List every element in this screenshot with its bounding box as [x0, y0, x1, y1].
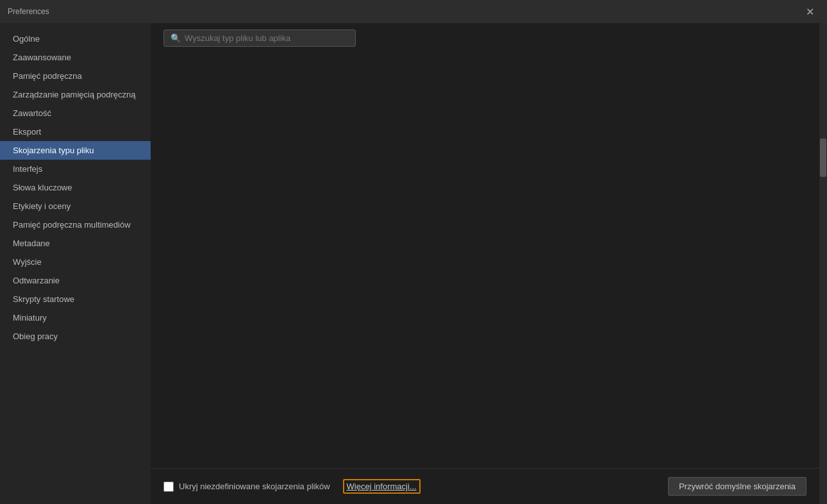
hide-undefined-checkbox[interactable]: [163, 482, 174, 492]
sidebar: OgólneZaawansowanePamięć podręcznaZarząd…: [0, 23, 151, 504]
sidebar-item-etykiety[interactable]: Etykiety i oceny: [0, 197, 151, 215]
sidebar-item-eksport[interactable]: Eksport: [0, 122, 151, 141]
main-panel: 🔍 Ukryj niezdefiniowane skojarzenia plik…: [151, 23, 819, 504]
search-bar-area: 🔍: [151, 23, 819, 53]
sidebar-item-zaawansowane[interactable]: Zaawansowane: [0, 48, 151, 67]
sidebar-item-obieg[interactable]: Obieg pracy: [0, 327, 151, 346]
sidebar-item-odtwarzanie[interactable]: Odtwarzanie: [0, 271, 151, 290]
search-icon: 🔍: [171, 33, 181, 43]
sidebar-item-zarzadzanie[interactable]: Zarządzanie pamięcią podręczną: [0, 85, 151, 104]
more-info-link[interactable]: Więcej informacji...: [343, 479, 421, 494]
sidebar-item-wyjscie[interactable]: Wyjście: [0, 253, 151, 271]
restore-defaults-button[interactable]: Przywróć domyślne skojarzenia: [668, 477, 806, 496]
sidebar-item-pamiec[interactable]: Pamięć podręczna: [0, 67, 151, 85]
hide-undefined-checkbox-label[interactable]: Ukryj niezdefiniowane skojarzenia plików: [163, 482, 330, 492]
sidebar-item-interfejs[interactable]: Interfejs: [0, 160, 151, 178]
sidebar-item-slowa[interactable]: Słowa kluczowe: [0, 178, 151, 197]
bottom-bar: Ukryj niezdefiniowane skojarzenia plików…: [151, 468, 819, 504]
close-button[interactable]: ✕: [801, 3, 819, 21]
file-type-table: [151, 53, 819, 468]
sidebar-item-zawartosc[interactable]: Zawartość: [0, 104, 151, 122]
checkbox-label-text: Ukryj niezdefiniowane skojarzenia plików: [179, 482, 330, 491]
title-bar: Preferences ✕: [0, 0, 827, 23]
scroll-thumb[interactable]: [820, 139, 826, 177]
search-input[interactable]: [185, 33, 338, 43]
sidebar-item-skrypty[interactable]: Skrypty startowe: [0, 290, 151, 308]
sidebar-item-miniatury[interactable]: Miniatury: [0, 308, 151, 327]
sidebar-item-skojarzenia[interactable]: Skojarzenia typu pliku: [0, 141, 151, 160]
scroll-track: [819, 23, 827, 504]
sidebar-item-metadane[interactable]: Metadane: [0, 234, 151, 253]
search-bar: 🔍: [163, 29, 356, 47]
sidebar-item-ogolne[interactable]: Ogólne: [0, 29, 151, 48]
sidebar-item-pamiec_multi[interactable]: Pamięć podręczna multimediów: [0, 215, 151, 234]
window-title: Preferences: [8, 7, 801, 16]
content-area: OgólneZaawansowanePamięć podręcznaZarząd…: [0, 23, 827, 504]
preferences-window: Preferences ✕ OgólneZaawansowanePamięć p…: [0, 0, 827, 504]
